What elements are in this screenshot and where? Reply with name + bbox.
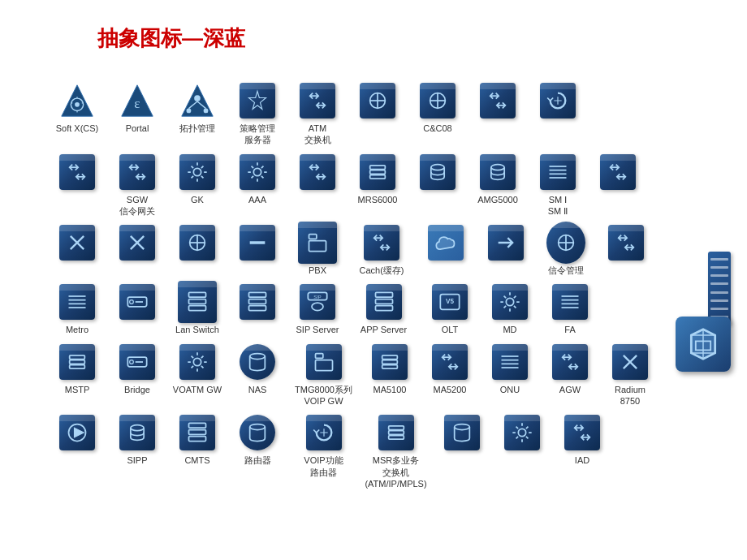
cube6-icon-item[interactable]	[349, 81, 406, 123]
sgw-icon-item[interactable]: SGW信令网关	[109, 153, 166, 218]
voatm-label: VOATM GW	[173, 384, 222, 395]
mstp-label: MSTP	[65, 384, 90, 395]
policy-label: 策略管理服务器	[240, 123, 275, 146]
voip-icon-item[interactable]: VOIP功能路由器	[289, 413, 358, 478]
ma5100-icon-item[interactable]: MA5100	[361, 342, 418, 395]
portal-icon-item[interactable]: ε Portal	[109, 81, 166, 134]
agw-label: AGW	[559, 384, 581, 395]
msr-label: MSR多业务交换机(ATM/IP/MPLS)	[365, 454, 426, 489]
svg-text:ε: ε	[134, 96, 140, 111]
olt-label: OLT	[442, 324, 459, 335]
sigman-label: 信令管理	[548, 265, 584, 276]
bridge-label: Bridge	[124, 384, 150, 395]
onu-icon-item[interactable]: ONU	[481, 342, 538, 395]
iolt-rack-icon	[708, 252, 731, 325]
cube-r3-4[interactable]	[229, 223, 286, 265]
row-1: Soft X(CS) ε Portal	[49, 81, 739, 146]
fa-icon-item[interactable]: FA	[542, 282, 598, 335]
metro-label: Metro	[66, 324, 89, 335]
softx-icon-item[interactable]: Soft X(CS)	[49, 81, 106, 134]
agw-icon-item[interactable]: AGW	[542, 342, 598, 395]
sipserver-label: SIP Server	[296, 324, 339, 335]
amg5000-label: AMG5000	[477, 194, 518, 205]
cube-r3-7[interactable]	[477, 223, 534, 265]
metro-icon-item[interactable]: Metro	[49, 282, 106, 335]
cube9-icon-item[interactable]	[529, 81, 586, 123]
cnc08-label: C&C08	[423, 123, 451, 134]
gk-icon-item[interactable]: GK	[169, 153, 226, 205]
voip-label: VOIP功能路由器	[304, 454, 343, 478]
cube-r3-2[interactable]	[109, 223, 166, 265]
iad-icon-item[interactable]: IAD	[554, 413, 611, 466]
voatm-icon-item[interactable]: VOATM GW	[169, 342, 226, 395]
cube-r4-2[interactable]	[109, 282, 166, 324]
svg-point-38	[204, 109, 209, 114]
icon-grid: Soft X(CS) ε Portal	[49, 81, 739, 496]
pbx-icon-item[interactable]: PBX	[289, 223, 346, 276]
router-label: 路由器	[244, 454, 271, 466]
cube-r2-7[interactable]	[409, 153, 466, 194]
big-icon-container[interactable]	[676, 317, 731, 372]
play-icon-item[interactable]	[49, 413, 106, 454]
page-title: 抽象图标—深蓝	[97, 24, 245, 53]
tmg-icon-item[interactable]: TMG8000系列VOIP GW	[289, 342, 358, 407]
fa-label: FA	[564, 324, 575, 335]
aaa-label: AAA	[248, 194, 266, 205]
olt-icon-item[interactable]: OLT	[421, 282, 478, 335]
bridge-icon-item[interactable]: Bridge	[109, 342, 166, 395]
cube-r6-7[interactable]	[434, 413, 490, 454]
row-2: SGW信令网关 GK AAA	[49, 153, 739, 218]
cnc08-icon-item[interactable]: C&C08	[409, 81, 466, 134]
sipserver-icon-item[interactable]: SIP Server	[289, 282, 346, 335]
sipp-label: SIPP	[127, 454, 147, 466]
ma5200-label: MA5200	[434, 384, 467, 395]
cube-r3-3[interactable]	[169, 223, 226, 265]
cube-r2-5[interactable]	[289, 153, 346, 194]
sgw-label: SGW信令网关	[119, 194, 155, 218]
cmts-icon-item[interactable]: CMTS	[169, 413, 226, 466]
cube-r3-1[interactable]	[49, 223, 106, 265]
cache-label: Cach(缓存)	[359, 265, 404, 276]
mstp-icon-item[interactable]: MSTP	[49, 342, 106, 395]
cube-r2-1[interactable]	[49, 153, 106, 194]
svg-point-37	[187, 109, 192, 114]
atm-label: ATM交换机	[304, 123, 331, 146]
nas-icon-item[interactable]: NAS	[229, 342, 286, 395]
radium-icon-item[interactable]: Radium8750	[602, 342, 658, 407]
sigman-icon-item[interactable]: 信令管理	[538, 223, 594, 276]
mrs6000-icon-item[interactable]: MRS6000	[349, 153, 406, 205]
cmts-label: CMTS	[184, 454, 209, 466]
cloud-icon-item[interactable]	[417, 223, 474, 265]
router-icon-item[interactable]: 路由器	[229, 413, 286, 466]
md-label: MD	[503, 324, 516, 335]
cache-icon-item[interactable]: Cach(缓存)	[349, 223, 414, 276]
row-4: Metro Lan Switch	[49, 282, 739, 335]
cube-r6-8[interactable]	[494, 413, 551, 454]
onu-label: ONU	[500, 384, 520, 395]
amg5000-icon-item[interactable]: AMG5000	[469, 153, 526, 205]
softx-label: Soft X(CS)	[56, 123, 99, 134]
msr-icon-item[interactable]: MSR多业务交换机(ATM/IP/MPLS)	[361, 413, 430, 489]
sm-icon-item[interactable]: SM ⅠSM Ⅱ	[529, 153, 586, 218]
topo-icon-item[interactable]: 拓扑管理	[169, 81, 226, 134]
appserver-icon-item[interactable]: APP Server	[349, 282, 418, 335]
cube-r3-9[interactable]	[598, 223, 654, 265]
big-cube-icon	[676, 317, 731, 372]
ma5100-label: MA5100	[374, 384, 407, 395]
sipp-icon-item[interactable]: SIPP	[109, 413, 166, 466]
mrs6000-label: MRS6000	[358, 194, 398, 205]
ma5200-icon-item[interactable]: MA5200	[421, 342, 478, 395]
cube8-icon-item[interactable]	[469, 81, 526, 123]
sm-label: SM ⅠSM Ⅱ	[548, 194, 568, 218]
cube-r4-4[interactable]	[229, 282, 286, 324]
cube-r2-10[interactable]	[589, 153, 646, 194]
gk-label: GK	[191, 194, 204, 205]
nas-label: NAS	[248, 384, 267, 395]
aaa-icon-item[interactable]: AAA	[229, 153, 286, 205]
lanswitch-icon-item[interactable]: Lan Switch	[169, 282, 226, 335]
row-5: MSTP Bridge VOATM GW	[49, 342, 739, 407]
atm-icon-item[interactable]: ATM交换机	[289, 81, 346, 146]
policy-icon-item[interactable]: 策略管理服务器	[229, 81, 286, 146]
md-icon-item[interactable]: MD	[481, 282, 538, 335]
row-3: PBX Cach(缓存)	[49, 223, 739, 276]
